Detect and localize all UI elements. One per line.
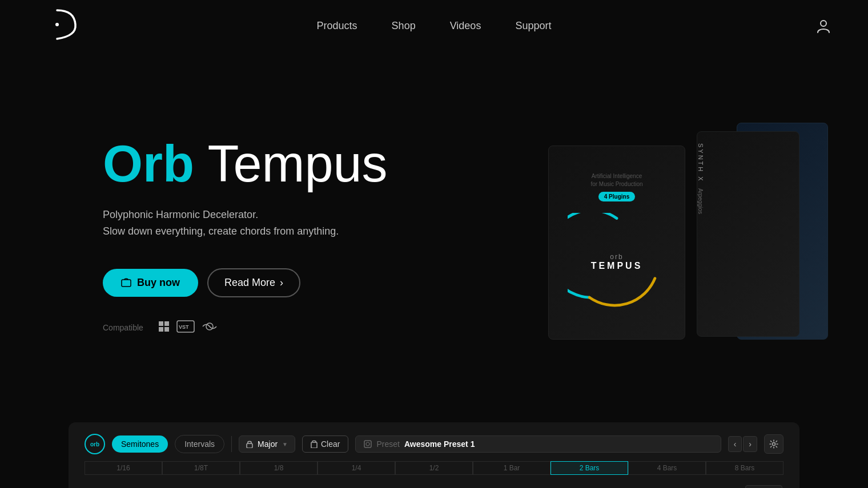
read-more-button[interactable]: Read More › [207,268,300,297]
intervals-tab[interactable]: Intervals [175,435,224,453]
nav-videos[interactable]: Videos [450,20,481,32]
time-cell-1-2[interactable]: 1/2 [395,461,473,475]
preset-label: Preset [376,439,399,449]
svg-point-1 [821,21,826,26]
key-label: Major [258,439,278,449]
plugin-count-badge: 4 Plugins [598,192,635,201]
clear-label: Clear [321,439,340,449]
time-cell-8-Bars[interactable]: 8 Bars [706,461,783,475]
svg-text:VST: VST [179,324,189,330]
orb-text: orb TEMPUS [591,253,643,271]
product-image: ORB PS 3 SYNTH X Arpeggios Artificial In… [548,117,834,357]
navigation: Products Shop Videos Support [0,0,868,51]
read-more-label: Read More [224,277,275,289]
prev-preset-button[interactable]: ‹ [728,436,742,452]
audio-icon [202,320,218,336]
semitones-tab[interactable]: Semitones [112,435,168,453]
preset-nav-arrows: ‹ › [728,436,757,452]
nav-shop[interactable]: Shop [392,20,416,32]
matrix-badge[interactable]: Matrix [745,485,782,488]
panel-controls: orb Semitones Intervals Major ▼ Clear [85,434,783,454]
nav-links: Products Shop Videos Support [317,20,552,32]
product-box-back2: SYNTH X Arpeggios [697,131,799,337]
svg-rect-4 [164,321,169,326]
nav-products[interactable]: Products [317,20,357,32]
next-preset-button[interactable]: › [743,436,757,452]
chevron-right-icon: › [280,277,283,289]
buy-now-button[interactable]: Buy now [103,269,198,297]
svg-rect-12 [364,441,371,447]
logo[interactable] [34,7,80,44]
preset-value: Awesome Preset 1 [404,439,475,449]
bottom-panel: orb Semitones Intervals Major ▼ Clear [69,422,799,488]
orb-small-label: orb [591,253,643,261]
panel-separator-1 [231,436,232,452]
vst-icon: VST [176,320,195,336]
compatible-row: Compatible VST [103,320,388,336]
orb-large-label: TEMPUS [591,261,643,271]
hero-subtitle: Polyphonic Harmonic Decelerator. Slow do… [103,207,388,240]
preset-icon [364,440,372,448]
hero-section: Orb Tempus Polyphonic Harmonic Decelerat… [0,51,868,422]
svg-rect-3 [159,321,163,326]
hero-title-tempus: Tempus [194,135,388,192]
svg-rect-5 [159,327,163,332]
svg-rect-11 [311,442,317,448]
user-icon-svg [815,18,831,34]
cart-icon [121,277,131,288]
svg-rect-2 [122,280,131,287]
svg-point-13 [366,442,369,446]
svg-point-14 [773,443,775,446]
user-account-icon[interactable] [813,15,834,36]
dropdown-arrow-icon: ▼ [282,441,288,447]
gear-icon [769,439,778,449]
svg-rect-6 [164,327,169,332]
clear-icon [311,440,318,448]
lock-icon [246,440,253,448]
time-cell-1-8[interactable]: 1/8 [240,461,318,475]
settings-button[interactable] [764,434,783,454]
hero-title: Orb Tempus [103,138,388,189]
orb-product-visual: ORB PS 3 SYNTH X Arpeggios Artificial In… [548,117,834,357]
preset-area[interactable]: Preset Awesome Preset 1 [355,435,721,453]
time-cell-1-Bar[interactable]: 1 Bar [473,461,550,475]
product-box-main: Artificial Intelligencefor Music Product… [548,146,685,340]
time-cell-4-Bars[interactable]: 4 Bars [628,461,706,475]
time-cell-2-Bars[interactable]: 2 Bars [550,461,628,475]
hero-subtitle-line1: Polyphonic Harmonic Decelerator. [103,207,388,223]
orb-logo-small: orb [85,434,105,454]
clear-button[interactable]: Clear [302,435,348,453]
hero-buttons: Buy now Read More › [103,268,388,297]
orb-circle: orb TEMPUS [565,211,668,313]
time-cell-1-8T[interactable]: 1/8T [162,461,240,475]
windows-icon [158,321,170,335]
logo-icon [34,7,80,42]
time-cell-1-4[interactable]: 1/4 [318,461,395,475]
compatible-label: Compatible [103,323,143,332]
time-grid: 1/161/8T1/81/41/21 Bar2 Bars4 Bars8 Bars [85,461,783,475]
time-cell-1-16[interactable]: 1/16 [85,461,162,475]
hero-title-orb: Orb [103,135,194,192]
buy-button-label: Buy now [137,277,180,289]
hero-content: Orb Tempus Polyphonic Harmonic Decelerat… [103,138,388,336]
svg-point-0 [55,23,59,26]
svg-rect-10 [247,443,252,448]
hero-subtitle-line2: Slow down everything, create chords from… [103,223,388,240]
key-selector[interactable]: Major ▼ [239,435,295,453]
compat-icons: VST [151,320,218,336]
nav-support[interactable]: Support [515,20,551,32]
